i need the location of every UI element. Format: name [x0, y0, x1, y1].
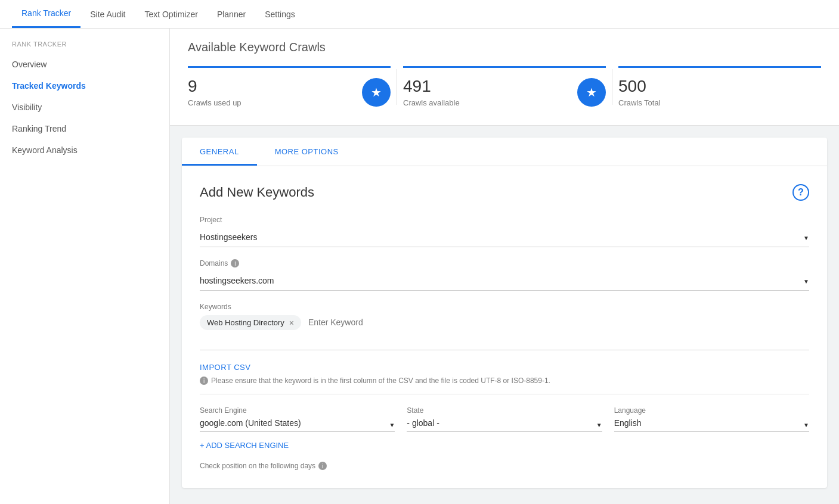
nav-settings[interactable]: Settings: [255, 1, 305, 27]
project-select-wrapper: Hostingseekers: [200, 228, 809, 247]
help-icon[interactable]: ?: [792, 184, 809, 201]
form-header: Add New Keywords ?: [200, 184, 809, 201]
project-label: Project: [200, 216, 809, 224]
sidebar-item-ranking-trend[interactable]: Ranking Trend: [0, 118, 169, 139]
sidebar-section-label: RANK TRACKER: [0, 41, 169, 54]
csv-note: i Please ensure that the keyword is in t…: [200, 377, 809, 385]
project-select[interactable]: Hostingseekers: [200, 228, 809, 247]
sidebar-item-overview[interactable]: Overview: [0, 54, 169, 75]
domains-group: Domains i hostingseekers.com: [200, 259, 809, 291]
state-group: State - global -: [407, 406, 602, 432]
domains-info-icon[interactable]: i: [231, 259, 239, 267]
crawl-label-available: Crawls available: [403, 98, 460, 107]
crawl-icon-available: ★: [577, 78, 606, 107]
crawl-stat-divider-2: [612, 69, 612, 105]
check-position-info-icon[interactable]: i: [318, 462, 327, 470]
add-search-engine-button[interactable]: + ADD SEARCH ENGINE: [200, 441, 289, 450]
star-icon-available: ★: [586, 85, 597, 99]
keyword-tag-text: Web Hosting Directory: [207, 318, 284, 327]
import-section: IMPORT CSV i Please ensure that the keyw…: [200, 362, 809, 394]
search-engine-select[interactable]: google.com (United States): [200, 418, 395, 428]
search-engine-select-wrapper: google.com (United States): [200, 418, 395, 432]
crawl-number-total: 500: [618, 77, 661, 96]
nav-text-optimizer[interactable]: Text Optimizer: [135, 1, 207, 27]
crawls-card: Available Keyword Crawls 9 Crawls used u…: [170, 29, 839, 126]
star-icon-used: ★: [371, 85, 382, 99]
crawl-number-available: 491: [403, 77, 460, 96]
main-layout: RANK TRACKER Overview Tracked Keywords V…: [0, 29, 839, 504]
tab-more-options[interactable]: MORE OPTIONS: [257, 138, 357, 166]
tab-general[interactable]: GENERAL: [182, 138, 257, 166]
sidebar-item-keyword-analysis[interactable]: Keyword Analysis: [0, 139, 169, 161]
state-select-wrapper: - global -: [407, 418, 602, 432]
import-csv-button[interactable]: IMPORT CSV: [200, 363, 250, 372]
crawls-stats: 9 Crawls used up ★ 491 Crawls available: [188, 66, 821, 107]
language-select-wrapper: English: [614, 418, 809, 432]
crawl-label-total: Crawls Total: [618, 98, 661, 107]
main-content: Available Keyword Crawls 9 Crawls used u…: [170, 29, 839, 504]
form-card: GENERAL MORE OPTIONS Add New Keywords ? …: [182, 138, 827, 488]
sidebar-item-tracked-keywords[interactable]: Tracked Keywords: [0, 75, 169, 97]
form-title: Add New Keywords: [200, 185, 314, 200]
sidebar-item-visibility[interactable]: Visibility: [0, 97, 169, 118]
nav-site-audit[interactable]: Site Audit: [81, 1, 135, 27]
csv-note-text: Please ensure that the keyword is in the…: [211, 377, 550, 385]
crawl-stat-total: 500 Crawls Total: [618, 66, 821, 107]
crawl-stat-used: 9 Crawls used up ★: [188, 66, 391, 107]
nav-rank-tracker[interactable]: Rank Tracker: [12, 0, 81, 28]
nav-planner[interactable]: Planner: [208, 1, 255, 27]
sidebar: RANK TRACKER Overview Tracked Keywords V…: [0, 29, 170, 504]
top-nav: Rank Tracker Site Audit Text Optimizer P…: [0, 0, 839, 29]
crawl-stat-divider-1: [397, 69, 397, 105]
engine-row: Search Engine google.com (United States)…: [200, 406, 809, 432]
keywords-area: Web Hosting Directory ×: [200, 315, 809, 350]
crawl-number-used: 9: [188, 77, 242, 96]
keywords-group: Keywords Web Hosting Directory ×: [200, 303, 809, 350]
crawls-title: Available Keyword Crawls: [188, 41, 821, 54]
language-select[interactable]: English: [614, 418, 809, 428]
state-label: State: [407, 406, 602, 415]
crawl-stat-available: 491 Crawls available ★: [403, 66, 606, 107]
domains-label: Domains i: [200, 259, 809, 267]
language-label: Language: [614, 406, 809, 415]
domains-select-wrapper: hostingseekers.com: [200, 271, 809, 291]
search-engine-label: Search Engine: [200, 406, 395, 415]
crawl-icon-used: ★: [362, 78, 391, 107]
domains-select[interactable]: hostingseekers.com: [200, 271, 809, 291]
check-position-label: Check position on the following days i: [200, 462, 809, 470]
tabs: GENERAL MORE OPTIONS: [182, 138, 827, 166]
state-select[interactable]: - global -: [407, 418, 602, 428]
form-body: Add New Keywords ? Project Hostingseeker…: [182, 166, 827, 488]
project-group: Project Hostingseekers: [200, 216, 809, 247]
csv-info-icon: i: [200, 377, 208, 385]
keywords-label: Keywords: [200, 303, 809, 311]
keyword-tag-remove[interactable]: ×: [289, 319, 294, 327]
language-group: Language English: [614, 406, 809, 432]
crawl-label-used: Crawls used up: [188, 98, 242, 107]
keyword-input[interactable]: [308, 315, 428, 330]
keyword-tag: Web Hosting Directory ×: [200, 315, 301, 330]
search-engine-group: Search Engine google.com (United States): [200, 406, 395, 432]
